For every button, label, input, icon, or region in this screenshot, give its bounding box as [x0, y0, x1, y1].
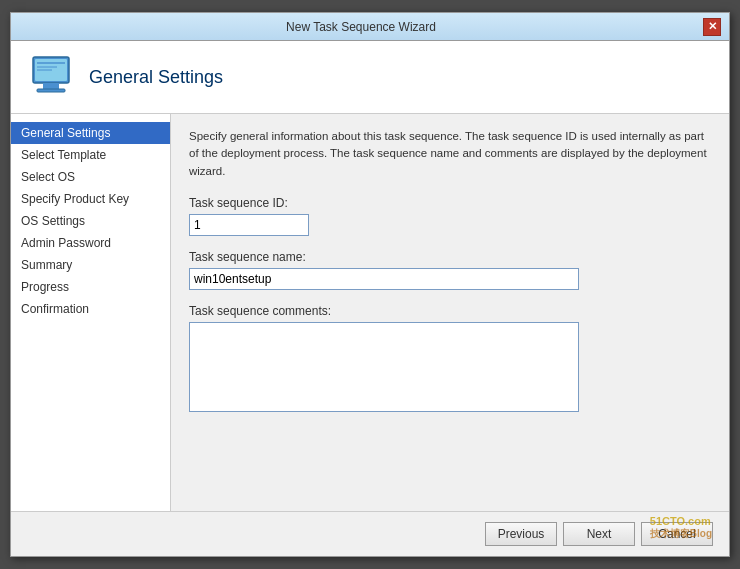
wizard-window: New Task Sequence Wizard ✕ General Setti… — [10, 12, 730, 557]
task-sequence-comments-group: Task sequence comments: — [189, 304, 711, 412]
sidebar-item-specify-product-key[interactable]: Specify Product Key — [11, 188, 170, 210]
task-sequence-comments-input[interactable] — [189, 322, 579, 412]
wizard-icon — [27, 53, 75, 101]
sidebar-item-progress[interactable]: Progress — [11, 276, 170, 298]
task-sequence-id-label: Task sequence ID: — [189, 196, 711, 210]
window-title: New Task Sequence Wizard — [19, 20, 703, 34]
task-sequence-id-input[interactable] — [189, 214, 309, 236]
page-title: General Settings — [89, 67, 223, 88]
main-panel: Specify general information about this t… — [171, 114, 729, 511]
title-bar: New Task Sequence Wizard ✕ — [11, 13, 729, 41]
sidebar-item-admin-password[interactable]: Admin Password — [11, 232, 170, 254]
sidebar-item-select-template[interactable]: Select Template — [11, 144, 170, 166]
cancel-button[interactable]: Cancel — [641, 522, 713, 546]
task-sequence-name-label: Task sequence name: — [189, 250, 711, 264]
previous-button[interactable]: Previous — [485, 522, 557, 546]
task-sequence-name-group: Task sequence name: — [189, 250, 711, 290]
task-sequence-comments-label: Task sequence comments: — [189, 304, 711, 318]
footer-area: Previous Next Cancel — [11, 511, 729, 556]
description-text: Specify general information about this t… — [189, 128, 711, 180]
next-button[interactable]: Next — [563, 522, 635, 546]
task-sequence-id-group: Task sequence ID: — [189, 196, 711, 236]
task-sequence-name-input[interactable] — [189, 268, 579, 290]
sidebar-item-general-settings[interactable]: General Settings — [11, 122, 170, 144]
header-area: General Settings — [11, 41, 729, 114]
sidebar-item-summary[interactable]: Summary — [11, 254, 170, 276]
svg-rect-6 — [37, 89, 65, 92]
sidebar: General Settings Select Template Select … — [11, 114, 171, 511]
sidebar-item-os-settings[interactable]: OS Settings — [11, 210, 170, 232]
sidebar-item-select-os[interactable]: Select OS — [11, 166, 170, 188]
sidebar-item-confirmation[interactable]: Confirmation — [11, 298, 170, 320]
content-area: General Settings Select Template Select … — [11, 114, 729, 511]
close-button[interactable]: ✕ — [703, 18, 721, 36]
svg-rect-5 — [43, 83, 59, 89]
